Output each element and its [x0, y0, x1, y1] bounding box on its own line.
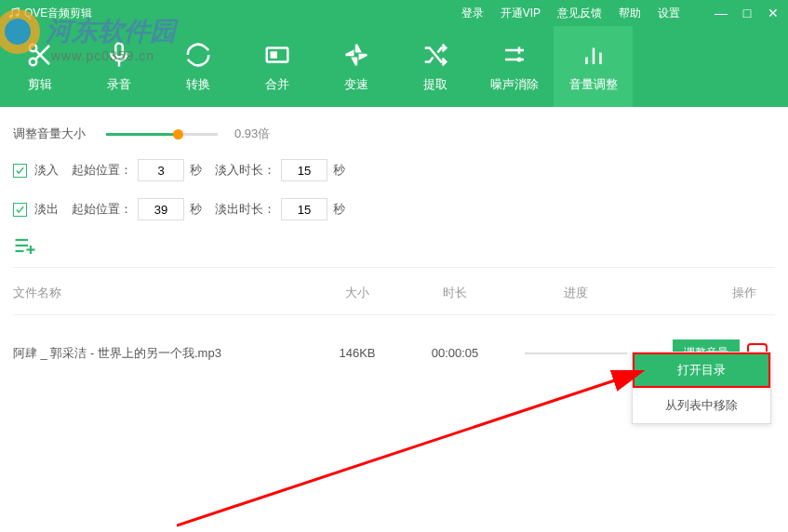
app-header: QVE音频剪辑 登录 开通VIP 意见反馈 帮助 设置 — □ ✕ 剪辑 录音 …	[0, 0, 788, 107]
vip-link[interactable]: 开通VIP	[501, 6, 541, 21]
svg-point-1	[16, 14, 20, 17]
nav-merge[interactable]: 合并	[237, 26, 316, 107]
nav-volume-label: 音量调整	[569, 76, 618, 93]
close-button[interactable]: ✕	[766, 6, 781, 20]
fadein-start-input[interactable]	[138, 159, 184, 181]
volume-slider-row: 调整音量大小 0.93倍	[13, 126, 775, 142]
menu-open-directory[interactable]: 打开目录	[633, 352, 770, 388]
denoise-icon	[501, 41, 528, 69]
col-name: 文件名称	[13, 285, 311, 301]
minimize-button[interactable]: —	[714, 6, 728, 20]
fadeout-row: 淡出 起始位置： 秒 淡出时长： 秒	[13, 198, 775, 220]
file-name: 阿肆 _ 郭采洁 - 世界上的另一个我.mp3	[13, 345, 311, 362]
settings-link[interactable]: 设置	[658, 6, 680, 21]
maximize-button[interactable]: □	[740, 6, 755, 20]
svg-point-3	[29, 58, 36, 65]
svg-point-2	[29, 44, 36, 51]
help-link[interactable]: 帮助	[619, 6, 641, 21]
svg-marker-11	[353, 58, 356, 65]
nav-denoise[interactable]: 噪声消除	[474, 26, 554, 107]
fadeout-checkbox[interactable]	[13, 203, 27, 217]
feedback-link[interactable]: 意见反馈	[557, 6, 602, 21]
svg-marker-10	[356, 44, 360, 51]
svg-marker-12	[345, 51, 353, 55]
fadein-checkbox[interactable]	[13, 164, 27, 178]
nav-extract[interactable]: 提取	[395, 26, 474, 107]
volume-label: 调整音量大小	[13, 126, 86, 142]
merge-icon	[263, 41, 291, 69]
fadein-dur-unit: 秒	[333, 162, 345, 179]
volume-value: 0.93倍	[234, 126, 270, 142]
login-link[interactable]: 登录	[461, 6, 484, 21]
nav-cut[interactable]: 剪辑	[0, 26, 79, 107]
svg-rect-9	[270, 51, 277, 59]
nav-denoise-label: 噪声消除	[490, 76, 539, 93]
fadeout-label: 淡出	[34, 201, 59, 218]
fadeout-dur-unit: 秒	[333, 201, 345, 218]
nav-convert[interactable]: 转换	[158, 26, 237, 107]
volume-slider[interactable]	[106, 133, 218, 136]
progress-bar	[525, 352, 627, 354]
main-nav: 剪辑 录音 转换 合并 变速 提取 噪声消除 音量调整	[0, 26, 788, 107]
nav-volume[interactable]: 音量调整	[554, 26, 633, 107]
context-menu: 打开目录 从列表中移除	[632, 352, 771, 424]
fadein-start-unit: 秒	[190, 162, 202, 179]
speed-icon	[342, 41, 370, 69]
window-controls: — □ ✕	[714, 6, 781, 20]
app-title-text: QVE音频剪辑	[24, 6, 92, 21]
nav-speed[interactable]: 变速	[316, 26, 395, 107]
svg-point-0	[9, 15, 13, 19]
fadein-start-label: 起始位置：	[72, 162, 132, 179]
svg-rect-6	[115, 43, 123, 57]
fadeout-dur-label: 淡出时长：	[215, 201, 275, 218]
col-progress: 进度	[506, 285, 646, 301]
fadeout-start-unit: 秒	[190, 201, 202, 218]
music-note-icon	[7, 7, 20, 20]
mic-icon	[105, 41, 133, 69]
file-size: 146KB	[311, 346, 404, 360]
slider-thumb[interactable]	[173, 129, 183, 140]
fadein-row: 淡入 起始位置： 秒 淡入时长： 秒	[13, 159, 775, 181]
col-size: 大小	[311, 285, 404, 301]
volume-icon	[580, 41, 608, 69]
fadein-label: 淡入	[34, 162, 59, 179]
col-action: 操作	[646, 285, 775, 301]
titlebar: QVE音频剪辑 登录 开通VIP 意见反馈 帮助 设置 — □ ✕	[0, 0, 788, 26]
fadein-dur-label: 淡入时长：	[215, 162, 275, 179]
app-title: QVE音频剪辑	[7, 6, 92, 21]
nav-record-label: 录音	[107, 76, 131, 93]
svg-marker-13	[359, 55, 367, 59]
fadeout-start-input[interactable]	[138, 198, 184, 220]
add-file-button[interactable]	[13, 237, 37, 254]
file-duration: 00:00:05	[404, 346, 506, 360]
menu-remove-from-list[interactable]: 从列表中移除	[633, 388, 770, 423]
top-links: 登录 开通VIP 意见反馈 帮助 设置 — □ ✕	[461, 6, 781, 21]
nav-extract-label: 提取	[423, 76, 447, 93]
col-duration: 时长	[404, 285, 506, 301]
svg-point-16	[516, 57, 521, 61]
refresh-icon	[184, 41, 212, 69]
table-header: 文件名称 大小 时长 进度 操作	[13, 268, 775, 315]
file-progress	[506, 352, 646, 354]
shuffle-icon	[421, 41, 449, 69]
nav-speed-label: 变速	[344, 76, 368, 93]
nav-merge-label: 合并	[265, 76, 289, 93]
nav-cut-label: 剪辑	[28, 76, 52, 93]
fadeout-start-label: 起始位置：	[72, 201, 132, 218]
nav-record[interactable]: 录音	[79, 26, 158, 107]
nav-convert-label: 转换	[186, 76, 210, 93]
fadein-dur-input[interactable]	[281, 159, 327, 181]
slider-fill	[106, 133, 175, 136]
scissors-icon	[26, 41, 54, 69]
fadeout-dur-input[interactable]	[281, 198, 327, 220]
